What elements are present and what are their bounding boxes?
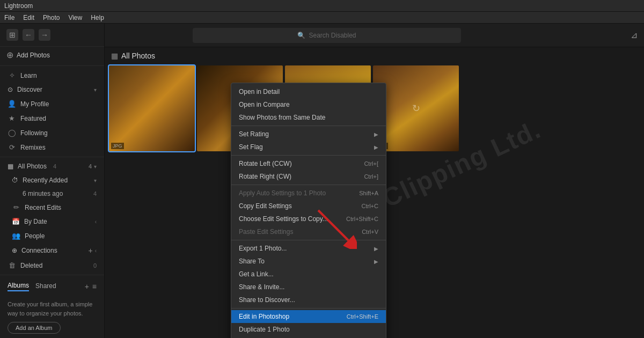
ctx-open-detail-label: Open in Detail <box>239 88 280 95</box>
recently-added-label: Recently Added <box>23 177 68 184</box>
deleted-count: 0 <box>93 262 97 269</box>
ctx-copy-edit-label: Copy Edit Settings <box>239 202 292 210</box>
albums-section-header: Albums Shared + ≡ <box>0 277 104 293</box>
ctx-export-arrow: ▶ <box>374 246 378 252</box>
ctx-share-invite[interactable]: Share & Invite... <box>231 281 386 293</box>
ctx-get-link-label: Get a Link... <box>239 270 274 278</box>
trash-icon: 🗑 <box>8 261 16 269</box>
featured-icon: ★ <box>8 114 16 122</box>
add-album-button[interactable]: Add an Album <box>8 322 61 334</box>
sidebar-item-recently-added[interactable]: ⏱ Recently Added ▾ <box>0 173 104 187</box>
sidebar-top: ⊞ ← → <box>0 24 104 47</box>
ctx-choose-edit-shortcut: Ctrl+Shift+C <box>346 216 378 222</box>
tab-shared[interactable]: Shared <box>35 282 56 291</box>
sidebar-item-following[interactable]: ◯ Following <box>0 126 104 140</box>
create-album-text: Create your first album, a simple way to… <box>8 301 92 317</box>
app-title: Lightroom <box>4 2 33 10</box>
following-icon: ◯ <box>8 129 16 137</box>
search-bar[interactable]: 🔍 Search Disabled <box>193 28 461 43</box>
forward-button[interactable]: → <box>39 29 50 41</box>
ctx-share-to[interactable]: Share To ▶ <box>231 255 386 268</box>
search-placeholder: Search Disabled <box>309 32 356 39</box>
discover-label: Discover <box>17 86 42 93</box>
add-connection-icon[interactable]: + <box>88 246 92 255</box>
all-photos-count: 4 <box>53 163 56 170</box>
top-bar: 🔍 Search Disabled ⊿ <box>105 24 644 47</box>
add-photos-button[interactable]: ⊕ Add Photos <box>0 47 104 63</box>
learn-icon: ✧ <box>8 71 16 79</box>
clock-icon: ⏱ <box>12 177 18 184</box>
chevron-icon: ▾ <box>94 164 97 170</box>
photo-format-1: JPG <box>111 143 124 149</box>
tab-albums[interactable]: Albums <box>8 282 29 291</box>
menu-bar: File Edit Photo View Help <box>0 12 644 24</box>
people-icon: 👥 <box>12 232 20 240</box>
following-label: Following <box>20 129 48 137</box>
by-date-chevron: ‹ <box>95 219 97 225</box>
ctx-auto-settings[interactable]: Apply Auto Settings to 1 Photo Shift+A <box>231 187 386 200</box>
ctx-set-flag-label: Set Flag <box>239 143 263 151</box>
sidebar-item-deleted[interactable]: 🗑 Deleted 0 <box>0 258 104 273</box>
ctx-export-label: Export 1 Photo... <box>239 245 287 252</box>
ctx-export[interactable]: Export 1 Photo... ▶ <box>231 242 386 255</box>
ctx-delete[interactable]: Delete 1 Photo... Backspace <box>231 336 386 338</box>
ctx-set-rating[interactable]: Set Rating ▶ <box>231 128 386 141</box>
divider3 <box>0 275 104 275</box>
filter-icon[interactable]: ⊿ <box>631 30 638 40</box>
sidebar-item-learn[interactable]: ✧ Learn <box>0 68 104 83</box>
ctx-edit-photoshop[interactable]: Edit in Photoshop Ctrl+Shift+E <box>231 310 386 323</box>
ctx-copy-edit[interactable]: Copy Edit Settings Ctrl+C <box>231 200 386 212</box>
ctx-open-detail[interactable]: Open in Detail <box>231 85 386 98</box>
list-view-icon[interactable]: ≡ <box>92 282 97 291</box>
albums-tabs: Albums Shared <box>8 282 56 291</box>
photo-thumb-1[interactable]: JPG <box>109 65 195 151</box>
ctx-rotate-left-label: Rotate Left (CCW) <box>239 160 292 167</box>
ctx-show-same-date[interactable]: Show Photos from Same Date <box>231 111 386 124</box>
ctx-share-discover[interactable]: Share to Discover... <box>231 293 386 306</box>
menu-view[interactable]: View <box>68 14 82 21</box>
profile-icon: 👤 <box>8 100 16 108</box>
all-photos-count-badge: 4 <box>89 163 92 170</box>
menu-edit[interactable]: Edit <box>23 14 34 21</box>
ctx-edit-photoshop-label: Edit in Photoshop <box>239 313 289 320</box>
search-icon: 🔍 <box>297 32 305 39</box>
learn-label: Learn <box>20 72 37 79</box>
sidebar-item-connections[interactable]: ⊕ Connections + ‹ <box>0 243 104 258</box>
ctx-duplicate-label: Duplicate 1 Photo <box>239 326 290 333</box>
ctx-set-flag[interactable]: Set Flag ▶ <box>231 141 386 153</box>
recently-added-time-item[interactable]: 6 minutes ago 4 <box>0 187 104 200</box>
ctx-rotate-left[interactable]: Rotate Left (CCW) Ctrl+[ <box>231 157 386 170</box>
ctx-share-to-arrow: ▶ <box>374 259 378 264</box>
photos-grid-icon: ▦ <box>111 52 118 60</box>
sidebar-item-people[interactable]: 👥 People <box>0 229 104 243</box>
back-button[interactable]: ← <box>23 29 34 41</box>
context-menu: Open in Detail Open in Compare Show Phot… <box>231 83 386 338</box>
ctx-open-compare-label: Open in Compare <box>239 101 290 108</box>
ctx-duplicate[interactable]: Duplicate 1 Photo <box>231 323 386 336</box>
add-photos-label: Add Photos <box>17 52 50 59</box>
sidebar-item-remixes[interactable]: ⟳ Remixes <box>0 140 104 155</box>
add-album-icon[interactable]: + <box>85 282 89 291</box>
sidebar-item-featured[interactable]: ★ Featured <box>0 111 104 126</box>
ctx-sep1 <box>231 126 386 126</box>
ctx-choose-edit[interactable]: Choose Edit Settings to Copy... Ctrl+Shi… <box>231 212 386 225</box>
grid-view-icon[interactable]: ⊞ <box>6 29 18 41</box>
ctx-set-rating-label: Set Rating <box>239 130 269 138</box>
sidebar-item-by-date[interactable]: 📅 By Date ‹ <box>0 215 104 229</box>
menu-file[interactable]: File <box>4 14 14 21</box>
all-photos-icon: ▦ <box>8 163 13 170</box>
menu-photo[interactable]: Photo <box>43 14 60 21</box>
recently-added-time: 6 minutes ago <box>23 190 63 197</box>
ctx-show-same-date-label: Show Photos from Same Date <box>239 114 325 121</box>
sidebar-item-profile[interactable]: 👤 My Profile <box>0 97 104 111</box>
ctx-get-link[interactable]: Get a Link... <box>231 268 386 281</box>
deleted-label: Deleted <box>20 262 42 269</box>
people-label: People <box>25 232 45 240</box>
sidebar-item-discover[interactable]: ⊙ Discover ▾ <box>0 83 104 97</box>
sidebar-item-recent-edits[interactable]: ✏ Recent Edits <box>0 200 104 215</box>
menu-help[interactable]: Help <box>91 14 104 21</box>
ctx-paste-edit[interactable]: Paste Edit Settings Ctrl+V <box>231 225 386 238</box>
sidebar-item-all-photos[interactable]: ▦ All Photos 4 4 ▾ <box>0 159 104 173</box>
ctx-rotate-right[interactable]: Rotate Right (CW) Ctrl+] <box>231 170 386 183</box>
ctx-open-compare[interactable]: Open in Compare <box>231 98 386 111</box>
